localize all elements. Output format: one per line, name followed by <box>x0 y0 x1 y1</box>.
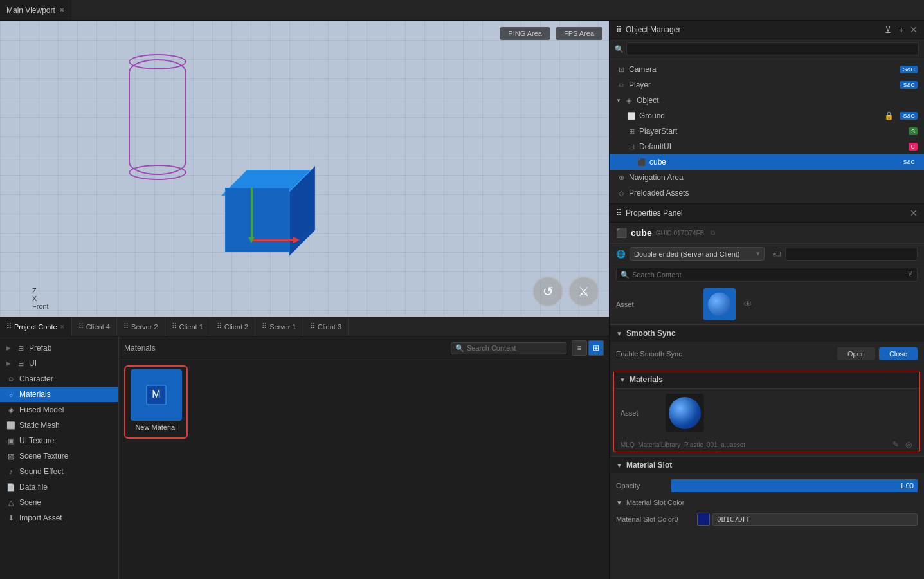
tag-icon[interactable]: 🏷 <box>772 249 781 259</box>
prop-object-name-row: ⬛ cube GUID:017D74FB ⧉ <box>610 223 924 244</box>
panel-tab-client3[interactable]: ⠿ Client 3 <box>303 317 349 336</box>
cube-icon: ⬛ <box>637 157 647 167</box>
properties-search-input[interactable] <box>632 271 905 279</box>
obj-item-player[interactable]: ☺ Player S&C <box>610 77 924 93</box>
sidebar-item-ui-texture[interactable]: ▣ UI Texture <box>0 433 118 448</box>
object-tree: ⊡ Camera S&C ☺ Player S&C ▼ ◈ Object <box>610 59 924 203</box>
color0-label: Material Slot Color0 <box>616 515 693 523</box>
smooth-sync-open-btn[interactable]: Open <box>837 347 875 360</box>
panel-tab-label-2: Server 2 <box>131 323 158 331</box>
smooth-sync-close-btn[interactable]: Close <box>879 347 918 360</box>
cylinder-object <box>129 59 186 175</box>
grid-view-button[interactable]: ⊞ <box>588 340 604 356</box>
panel-tab-close-0[interactable]: ✕ <box>60 324 65 330</box>
sidebar-item-character[interactable]: ☺ Character <box>0 371 118 387</box>
preloaded-icon: ◇ <box>616 188 626 198</box>
asset-eye-icon[interactable]: 👁 <box>743 299 752 309</box>
bottom-panel: ⠿ Project Conte ✕ ⠿ Client 4 ⠿ Server 2 … <box>0 317 609 579</box>
camera-label: Camera <box>629 65 898 74</box>
nav-area-icon: ⊕ <box>616 172 626 183</box>
props-filter-icon[interactable]: ⊻ <box>907 270 913 279</box>
viewport-rotate-button[interactable]: ↺ <box>532 276 563 307</box>
obj-item-playerstart[interactable]: ⊞ PlayerStart S <box>610 124 924 139</box>
content-search-input[interactable] <box>467 344 562 352</box>
ui-icon: ⊟ <box>16 359 25 368</box>
sidebar-item-static-mesh[interactable]: ⬜ Static Mesh <box>0 418 118 433</box>
material-asset-thumb <box>666 394 704 432</box>
material-edit-btn[interactable]: ✎ <box>891 439 900 450</box>
prop-obj-icon: ⬛ <box>616 228 627 238</box>
viewport-sword-button[interactable]: ⚔ <box>568 276 599 307</box>
panel-tab-dots-4: ⠿ <box>217 322 222 331</box>
object-manager-close-btn[interactable]: ✕ <box>910 24 918 35</box>
sidebar-item-scene-label: Scene <box>19 498 41 507</box>
object-label: Object <box>637 96 918 105</box>
sync-mode-row: 🌐 Double-ended (Server and Client) ▾ 🏷 <box>610 244 924 264</box>
sidebar-item-data-file[interactable]: 📄 Data file <box>0 479 118 495</box>
defaultui-label: DefaultUI <box>639 142 906 151</box>
sidebar-item-sound-effect[interactable]: ♪ Sound Effect <box>0 464 118 479</box>
panel-tab-dots-1: ⠿ <box>78 322 84 331</box>
panel-tab-label-1: Client 4 <box>86 323 110 331</box>
sidebar-item-ui[interactable]: ▶ ⊟ UI <box>0 356 118 371</box>
sync-mode-dropdown[interactable]: Double-ended (Server and Client) ▾ <box>630 247 765 261</box>
prop-obj-name-label: cube <box>631 228 652 238</box>
obj-item-ground[interactable]: ⬜ Ground 🔒 S&C <box>610 108 924 124</box>
asset-preview-label: Asset <box>616 300 700 308</box>
object-manager: ⠿ Object Manager ⊻ + ✕ 🔍 ⊡ Camera S&C <box>610 21 924 204</box>
materials-section: ▼ Materials Asset MLQ_MaterialLibrary_Pl… <box>613 371 920 452</box>
obj-item-defaultui[interactable]: ⊟ DefaultUI C <box>610 139 924 154</box>
sidebar-item-scene-texture[interactable]: ▨ Scene Texture <box>0 448 118 464</box>
content-search-box[interactable]: 🔍 <box>451 342 566 354</box>
material-locate-btn[interactable]: ◎ <box>904 439 913 450</box>
obj-item-object[interactable]: ▼ ◈ Object <box>610 93 924 108</box>
sound-effect-icon: ♪ <box>6 467 15 476</box>
opacity-label: Opacity <box>616 482 667 490</box>
camera-sc-badge: S&C <box>900 66 918 73</box>
panel-tab-dots: ⠿ <box>6 322 12 331</box>
obj-item-preloaded-assets[interactable]: ◇ Preloaded Assets <box>610 185 924 201</box>
tag-input[interactable] <box>785 248 918 261</box>
properties-panel-close-btn[interactable]: ✕ <box>910 208 918 218</box>
ground-icon: ⬜ <box>626 111 637 121</box>
opacity-bar[interactable]: 1.00 <box>671 479 918 492</box>
smooth-sync-section-header[interactable]: ▼ Smooth Sync <box>610 324 924 342</box>
panel-tab-server1[interactable]: ⠿ Server 1 <box>255 317 303 336</box>
main-viewport-tab[interactable]: Main Viewport ✕ <box>0 0 71 20</box>
sidebar-item-materials[interactable]: ⬦ Materials <box>0 387 118 402</box>
sidebar-item-materials-label: Materials <box>19 390 51 399</box>
list-view-button[interactable]: ≡ <box>572 340 587 356</box>
sidebar-item-data-file-label: Data file <box>19 482 48 492</box>
object-icon: ◈ <box>624 95 634 106</box>
viewport[interactable]: PING Area FPS Area Z X Front ↺ ⚔ <box>0 21 609 317</box>
obj-item-camera[interactable]: ⊡ Camera S&C <box>610 62 924 77</box>
sync-mode-chevron: ▾ <box>756 250 760 258</box>
new-material-icon-svg: M <box>143 382 169 408</box>
material-slot-expand: ▼ <box>616 462 622 469</box>
material-slot-color-header[interactable]: ▼ Material Slot Color <box>610 495 924 510</box>
sidebar-item-import-asset[interactable]: ⬇ Import Asset <box>0 510 118 526</box>
obj-search-input[interactable] <box>626 42 919 55</box>
guid-copy-btn[interactable]: ⧉ <box>711 229 715 237</box>
obj-item-navigation-area[interactable]: ⊕ Navigation Area <box>610 170 924 185</box>
color0-swatch[interactable] <box>697 513 710 526</box>
material-slot-header[interactable]: ▼ Material Slot <box>610 456 924 473</box>
asset-item-new-material[interactable]: M New Material <box>125 367 186 437</box>
panel-tab-client4[interactable]: ⠿ Client 4 <box>72 317 117 336</box>
color0-hex-input[interactable] <box>712 513 918 526</box>
main-viewport-tab-close[interactable]: ✕ <box>59 6 64 14</box>
object-manager-add-btn[interactable]: + <box>897 24 906 35</box>
panel-tab-server2[interactable]: ⠿ Server 2 <box>117 317 165 336</box>
sidebar-item-prefab[interactable]: ▶ ⊞ Prefab <box>0 340 118 356</box>
obj-item-cube[interactable]: ⬛ cube S&C <box>610 154 924 170</box>
ping-area-button[interactable]: PING Area <box>500 27 550 40</box>
fps-area-button[interactable]: FPS Area <box>556 27 602 40</box>
sidebar-item-import-asset-label: Import Asset <box>19 513 62 522</box>
panel-tab-client2[interactable]: ⠿ Client 2 <box>210 317 255 336</box>
object-manager-filter-btn[interactable]: ⊻ <box>883 24 893 35</box>
panel-tab-client1[interactable]: ⠿ Client 1 <box>165 317 210 336</box>
sidebar-item-fused-model[interactable]: ◈ Fused Model <box>0 402 118 418</box>
sidebar-item-scene[interactable]: △ Scene <box>0 495 118 510</box>
materials-section-header[interactable]: ▼ Materials <box>614 371 919 389</box>
panel-tab-project-content[interactable]: ⠿ Project Conte ✕ <box>0 317 72 336</box>
